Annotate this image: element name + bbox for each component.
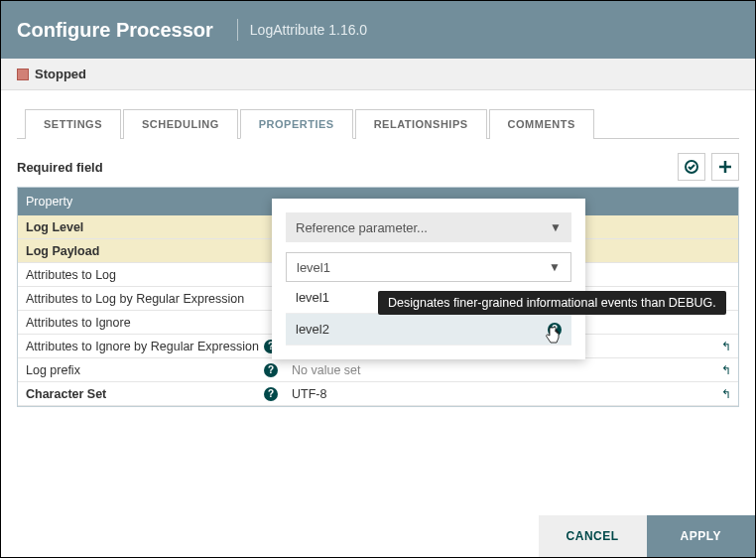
help-icon[interactable]: ? <box>264 387 278 401</box>
tooltip: Designates finer-grained informational e… <box>378 291 726 315</box>
property-name-cell: Log Payload <box>18 244 284 258</box>
value-select[interactable]: level1 ▼ <box>286 252 571 282</box>
reference-parameter-label: Reference parameter... <box>296 220 428 235</box>
goto-arrow-icon[interactable]: ↰ <box>714 340 738 353</box>
property-name-label: Log Level <box>26 220 83 234</box>
property-value-cell[interactable]: No value set <box>284 363 714 377</box>
property-value-cell[interactable]: UTF-8 <box>284 387 714 401</box>
goto-arrow-icon[interactable]: ↰ <box>714 363 738 377</box>
tab-relationships[interactable]: RELATIONSHIPS <box>355 109 487 139</box>
option-label: level2 <box>296 322 329 337</box>
property-name-label: Attributes to Ignore <box>26 316 131 330</box>
header-divider <box>237 19 238 41</box>
value-select-selected: level1 <box>297 260 330 275</box>
option-label: level1 <box>296 290 329 305</box>
property-name-cell: Attributes to Log <box>18 268 284 282</box>
column-header-property: Property <box>18 195 284 209</box>
dialog-header: Configure Processor LogAttribute 1.16.0 <box>1 1 755 59</box>
dialog-footer: CANCEL APPLY <box>1 515 755 557</box>
add-property-button[interactable] <box>711 153 739 181</box>
tab-properties[interactable]: PROPERTIES <box>240 109 353 139</box>
plus-icon <box>718 160 732 174</box>
chevron-down-icon: ▼ <box>549 260 561 274</box>
property-name-cell: Log Level <box>18 220 284 234</box>
property-name-label: Attributes to Log by Regular Expression <box>26 292 244 306</box>
property-name-label: Log prefix <box>26 363 80 377</box>
dialog-title: Configure Processor <box>17 19 213 42</box>
property-name-cell: Character Set? <box>18 387 284 401</box>
tab-settings[interactable]: SETTINGS <box>25 109 121 139</box>
tab-comments[interactable]: COMMENTS <box>489 109 594 139</box>
value-editor-popover: Reference parameter... ▼ level1 ▼ level1… <box>272 199 585 359</box>
status-bar: Stopped <box>1 59 755 90</box>
apply-button[interactable]: APPLY <box>647 515 755 557</box>
cancel-button[interactable]: CANCEL <box>539 515 647 557</box>
property-name-label: Log Payload <box>26 244 99 258</box>
chevron-down-icon: ▼ <box>550 220 562 234</box>
property-name-label: Attributes to Log <box>26 268 116 282</box>
stopped-icon <box>17 69 29 80</box>
tab-bar: SETTINGS SCHEDULING PROPERTIES RELATIONS… <box>17 108 739 139</box>
required-field-label: Required field <box>17 160 103 175</box>
status-label: Stopped <box>35 67 86 81</box>
check-circle-icon <box>684 159 699 175</box>
property-name-cell: Attributes to Log by Regular Expression <box>18 292 284 306</box>
verify-button[interactable] <box>678 153 705 181</box>
property-name-label: Attributes to Ignore by Regular Expressi… <box>26 340 259 353</box>
property-name-label: Character Set <box>26 387 106 401</box>
property-name-cell: Attributes to Ignore <box>18 316 284 330</box>
goto-arrow-icon[interactable]: ↰ <box>714 387 738 401</box>
help-icon[interactable]: ? <box>548 323 562 337</box>
help-icon[interactable]: ? <box>264 363 278 377</box>
processor-type-version: LogAttribute 1.16.0 <box>250 22 367 38</box>
dropdown-option-level2[interactable]: level2 ? <box>286 314 571 346</box>
property-name-cell: Attributes to Ignore by Regular Expressi… <box>18 340 284 353</box>
tab-scheduling[interactable]: SCHEDULING <box>123 109 238 139</box>
table-row[interactable]: Log prefix?No value set↰ <box>18 358 738 382</box>
property-name-cell: Log prefix? <box>18 363 284 377</box>
reference-parameter-select[interactable]: Reference parameter... ▼ <box>286 212 571 242</box>
table-row[interactable]: Character Set?UTF-8↰ <box>18 382 738 406</box>
